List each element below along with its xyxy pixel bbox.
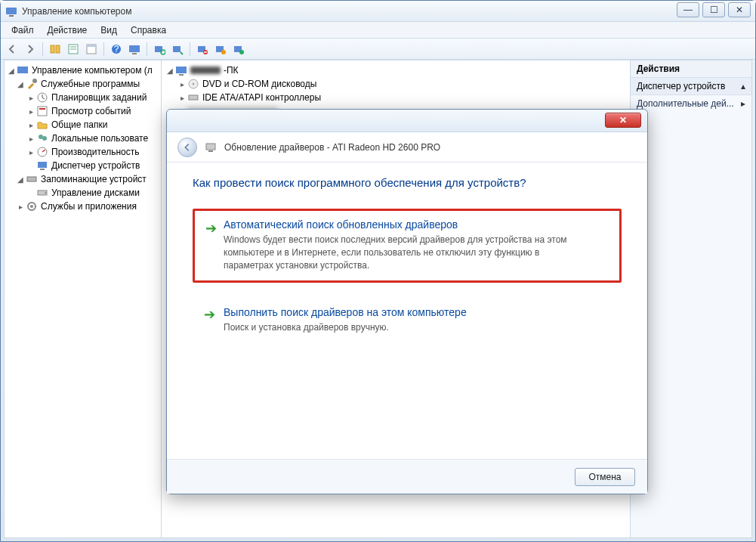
tree-local-users[interactable]: ▸Локальные пользовате — [6, 132, 159, 145]
device-category[interactable]: ▸ DVD и CD-ROM дисководы — [166, 77, 625, 91]
svg-point-29 — [42, 136, 47, 141]
computer-mgmt-icon — [17, 64, 29, 76]
device-mgr-icon — [36, 160, 48, 172]
minimize-button[interactable]: — — [677, 2, 699, 17]
tree-system-tools-label: Служебные программы — [41, 79, 140, 89]
menu-view[interactable]: Вид — [94, 23, 123, 37]
tree-services-apps[interactable]: ▸Службы и приложения — [6, 200, 159, 213]
svg-text:?: ? — [114, 44, 119, 54]
svg-point-41 — [193, 83, 195, 85]
tree-item-label: Службы и приложения — [41, 201, 137, 212]
enable-button[interactable] — [230, 41, 247, 57]
export-list-button[interactable] — [83, 41, 100, 57]
actions-section[interactable]: Диспетчер устройств ▴ — [631, 78, 751, 95]
option-title: Выполнить поиск драйверов на этом компью… — [224, 306, 607, 318]
tree-disk-mgmt[interactable]: Управление дисками — [6, 186, 159, 200]
svg-rect-2 — [51, 45, 54, 53]
svg-rect-42 — [189, 95, 198, 100]
menubar: Файл Действие Вид Справка — [1, 22, 755, 39]
option-browse-computer[interactable]: ➔ Выполнить поиск драйверов на этом комп… — [193, 296, 622, 345]
svg-rect-38 — [176, 67, 187, 73]
storage-icon — [26, 173, 38, 185]
menu-action[interactable]: Действие — [42, 23, 94, 37]
app-icon — [5, 5, 17, 17]
console-tree[interactable]: ◢ Управление компьютером (л ◢ Служебные … — [5, 60, 162, 537]
dialog-back-button[interactable] — [177, 138, 197, 157]
svg-rect-43 — [206, 144, 215, 150]
svg-point-35 — [45, 192, 46, 194]
update-driver-button[interactable] — [169, 41, 186, 57]
toolbar: ? — [1, 39, 755, 60]
actions-pane: Действия Диспетчер устройств ▴ Дополните… — [631, 60, 751, 537]
window-title: Управление компьютером — [22, 6, 751, 17]
nav-back-button[interactable] — [4, 41, 20, 57]
uninstall-button[interactable] — [194, 41, 211, 57]
close-button[interactable]: ✕ — [728, 2, 751, 17]
help-button[interactable]: ? — [108, 41, 125, 57]
svg-rect-44 — [208, 150, 213, 152]
tree-system-tools[interactable]: ◢ Служебные программы — [6, 77, 159, 91]
actions-more[interactable]: Дополнительные дей... ▸ — [631, 95, 751, 112]
svg-point-22 — [239, 50, 244, 54]
svg-rect-8 — [87, 45, 96, 47]
svg-rect-26 — [38, 107, 47, 116]
ide-icon — [187, 91, 199, 104]
maximize-button[interactable]: ☐ — [702, 2, 725, 17]
cancel-button[interactable]: Отмена — [575, 468, 635, 486]
svg-rect-31 — [38, 162, 47, 168]
option-auto-search[interactable]: ➔ Автоматический поиск обновленных драйв… — [193, 209, 622, 283]
scan-hardware-button[interactable] — [151, 41, 168, 57]
show-hide-tree-button[interactable] — [47, 41, 63, 57]
svg-rect-23 — [17, 67, 28, 73]
option-title: Автоматический поиск обновленных драйвер… — [224, 218, 607, 231]
device-root[interactable]: ◢ -ПК — [166, 63, 625, 77]
chevron-right-icon: ▸ — [741, 98, 745, 109]
services-icon — [26, 200, 38, 212]
tree-task-scheduler[interactable]: ▸Планировщик заданий — [6, 91, 159, 104]
arrow-right-icon: ➔ — [205, 221, 217, 235]
dialog-close-button[interactable]: ✕ — [605, 113, 641, 128]
tree-root-label: Управление компьютером (л — [32, 65, 153, 76]
tree-storage[interactable]: ◢Запоминающие устройст — [6, 172, 159, 186]
tree-item-label: Управление дисками — [51, 187, 140, 198]
option-desc: Поиск и установка драйверов вручную. — [224, 321, 586, 334]
svg-rect-1 — [9, 15, 14, 17]
tree-storage-label: Запоминающие устройст — [41, 174, 147, 184]
device-label: DVD и CD-ROM дисководы — [202, 79, 316, 89]
menu-help[interactable]: Справка — [125, 23, 172, 37]
tree-event-viewer[interactable]: ▸Просмотр событий — [6, 104, 159, 118]
svg-rect-11 — [129, 45, 140, 52]
tree-performance[interactable]: ▸Производительность — [6, 145, 159, 159]
disk-icon — [36, 187, 48, 199]
dialog-titlebar[interactable]: ✕ — [167, 110, 647, 132]
clock-icon — [36, 91, 48, 104]
event-icon — [36, 105, 48, 117]
device-category[interactable]: ▸ IDE ATA/ATAPI контроллеры — [166, 91, 625, 104]
option-desc: Windows будет вести поиск последних верс… — [224, 234, 586, 271]
tree-root[interactable]: ◢ Управление компьютером (л — [6, 63, 159, 77]
svg-rect-33 — [27, 177, 36, 181]
properties-button[interactable] — [65, 41, 82, 57]
tree-device-manager[interactable]: Диспетчер устройств — [6, 159, 159, 172]
svg-rect-3 — [56, 45, 60, 53]
pc-icon — [175, 64, 187, 76]
actions-section-label: Диспетчер устройств — [637, 81, 725, 91]
performance-icon — [36, 146, 48, 158]
svg-rect-27 — [39, 108, 45, 110]
disable-button[interactable] — [212, 41, 229, 57]
svg-point-20 — [221, 50, 226, 54]
menu-file[interactable]: Файл — [5, 23, 40, 37]
tools-icon — [26, 78, 38, 90]
console-icon[interactable] — [126, 41, 143, 57]
driver-update-dialog: ✕ Обновление драйверов - ATI Radeon HD 2… — [166, 109, 648, 494]
collapse-icon: ▴ — [741, 81, 745, 91]
svg-rect-0 — [6, 8, 17, 14]
users-icon — [36, 132, 48, 144]
actions-header: Действия — [631, 60, 751, 78]
tree-item-label: Планировщик заданий — [51, 92, 147, 103]
tree-item-label: Производительность — [51, 147, 139, 157]
nav-forward-button[interactable] — [22, 41, 39, 57]
device-label: IDE ATA/ATAPI контроллеры — [202, 92, 321, 103]
svg-rect-15 — [173, 46, 181, 52]
tree-shared-folders[interactable]: ▸Общие папки — [6, 118, 159, 132]
